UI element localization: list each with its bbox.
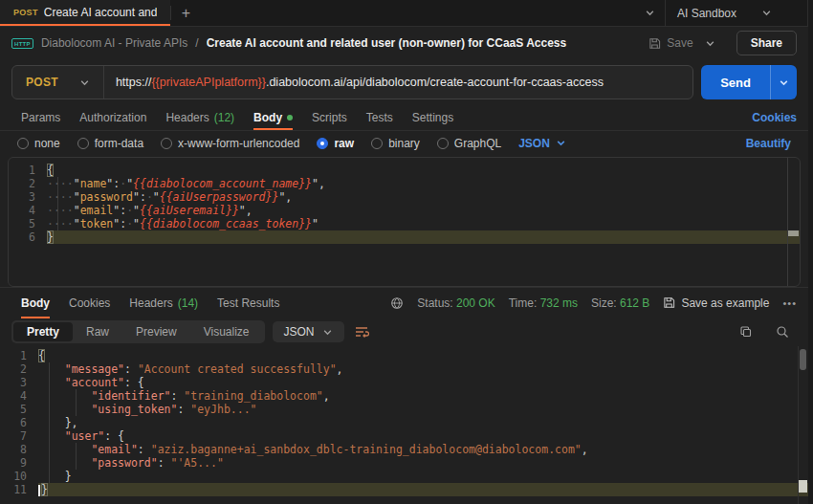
code-text: }, <box>38 416 808 429</box>
code-token: " <box>133 204 140 217</box>
code-text: { <box>47 164 800 177</box>
send-button[interactable]: Send <box>701 65 770 99</box>
code-line[interactable]: 4 "identifier": "training_diabolocom", <box>0 389 808 403</box>
code-token: "user" <box>65 429 105 443</box>
code-token: ": <box>113 204 126 217</box>
url-segment-plain: https:// <box>116 76 152 89</box>
code-text: ····"token":·"{{diabolocom_ccaas_token}}… <box>47 217 800 230</box>
tab-headers[interactable]: Headers(12) <box>156 105 244 130</box>
url-input[interactable]: https://{{privateAPIplatform}}.diaboloco… <box>104 76 692 89</box>
response-tab-cookies[interactable]: Cookies <box>59 288 120 318</box>
code-token: : { <box>104 429 124 443</box>
cookies-link[interactable]: Cookies <box>752 105 797 130</box>
method-selector[interactable]: POST <box>12 66 104 99</box>
code-token: "aziz.baganne+ai_sanbdox_dblc-training_d… <box>151 443 582 456</box>
save-options-chevron-down-icon[interactable] <box>701 38 719 49</box>
request-body-editor[interactable]: 1{2····"name":·"{{diabolocom_account_nam… <box>8 157 801 287</box>
environment-selector[interactable]: AI Sandbox <box>665 0 808 26</box>
code-token: , <box>323 389 330 403</box>
search-icon[interactable] <box>768 325 797 339</box>
code-line[interactable]: 3····"password":·"{{aiUserpassword}}", <box>9 190 800 204</box>
body-type-radio-graphql[interactable]: GraphQL <box>437 137 501 150</box>
code-token: { <box>38 349 45 362</box>
request-name[interactable]: Create AI account and related user (non-… <box>207 36 642 50</box>
tab-settings[interactable]: Settings <box>403 105 463 130</box>
tab-count-badge: (14) <box>178 296 198 310</box>
code-line[interactable]: 5····"token":·"{{diabolocom_ccaas_token}… <box>9 217 800 230</box>
wrap-text-icon[interactable] <box>352 323 371 340</box>
response-view-tabs: PrettyRawPreviewVisualize <box>11 320 265 343</box>
code-line[interactable]: 6} <box>9 230 800 244</box>
code-line[interactable]: 1{ <box>9 164 800 177</box>
response-scrollbar[interactable] <box>798 346 808 504</box>
code-line[interactable]: 10 } <box>0 470 808 483</box>
body-type-radio-none[interactable]: none <box>17 137 60 150</box>
response-time: Time: 732 ms <box>509 296 578 310</box>
code-text: "password": "'A5..." <box>38 456 808 470</box>
copy-icon[interactable] <box>732 325 760 339</box>
save-icon <box>663 296 675 309</box>
response-language-selector[interactable]: JSON <box>273 321 344 342</box>
more-options-icon[interactable]: ••• <box>782 297 797 309</box>
save-button[interactable]: Save <box>648 36 692 50</box>
tab-list-chevron-down-icon[interactable] <box>635 0 665 26</box>
view-tab-preview[interactable]: Preview <box>122 322 190 341</box>
view-tab-visualize[interactable]: Visualize <box>190 322 263 341</box>
beautify-link[interactable]: Beautify <box>746 137 791 150</box>
code-token: " <box>312 217 319 230</box>
code-line[interactable]: 2····"name":·"{{diabolocom_account_name}… <box>9 177 800 190</box>
open-request-tab[interactable]: POST Create AI account and <box>0 0 170 26</box>
view-tab-pretty[interactable]: Pretty <box>13 322 73 341</box>
code-token: ", <box>312 177 325 190</box>
url-builder: POST https://{{privateAPIplatform}}.diab… <box>0 59 808 105</box>
tab-authorization[interactable]: Authorization <box>70 105 156 130</box>
body-type-radio-form-data[interactable]: form-data <box>77 137 143 150</box>
response-body-viewer[interactable]: 1{2 "message": "Account created successf… <box>0 346 808 504</box>
code-line[interactable]: 11} <box>0 483 808 496</box>
scrollbar-thumb[interactable] <box>800 349 806 370</box>
code-token: ", <box>239 204 253 217</box>
editor-overview-ruler[interactable] <box>787 158 800 286</box>
response-tab-test-results[interactable]: Test Results <box>208 288 289 318</box>
breadcrumb-collection[interactable]: Diabolocom AI - Private APIs <box>41 36 187 50</box>
code-token: " <box>74 177 80 190</box>
code-line[interactable]: 7 "user": { <box>0 429 808 443</box>
line-number: 2 <box>0 362 38 376</box>
code-line[interactable]: 6 }, <box>0 416 808 429</box>
tab-params[interactable]: Params <box>11 105 70 130</box>
body-language-selector[interactable]: JSON <box>518 137 566 150</box>
network-globe-icon[interactable] <box>390 296 404 310</box>
code-token: , <box>582 443 588 456</box>
view-tab-raw[interactable]: Raw <box>73 322 122 341</box>
response-tab-body[interactable]: Body <box>11 288 59 318</box>
code-token: " <box>74 204 80 217</box>
share-button[interactable]: Share <box>736 31 797 55</box>
code-token: {{diabolocom_ccaas_token}} <box>140 217 312 230</box>
code-token: }, <box>38 416 78 429</box>
new-tab-button[interactable]: + <box>171 0 200 26</box>
code-line[interactable]: 9 "password": "'A5..." <box>0 456 808 470</box>
environment-value: AI Sandbox <box>677 7 736 20</box>
code-line[interactable]: 1{ <box>0 349 808 362</box>
tab-tests[interactable]: Tests <box>357 105 403 130</box>
tab-scripts[interactable]: Scripts <box>302 105 357 130</box>
postman-window: POST Create AI account and + AI Sandbox … <box>0 0 813 504</box>
code-line[interactable]: 3 "account": { <box>0 376 808 389</box>
code-token: "account" <box>65 376 124 389</box>
body-type-radio-raw[interactable]: raw <box>317 137 354 150</box>
radio-icon <box>17 138 29 149</box>
tab-body[interactable]: Body <box>244 105 302 130</box>
code-line[interactable]: 4····"email":·"{{aiUseremail}}", <box>9 204 800 217</box>
code-line[interactable]: 2 "message": "Account created successful… <box>0 362 808 376</box>
chevron-down-icon <box>79 77 90 88</box>
code-token: ": <box>133 190 146 204</box>
code-text: "message": "Account created successfully… <box>38 362 808 376</box>
response-tab-headers[interactable]: Headers(14) <box>120 288 208 318</box>
radio-label: form-data <box>95 137 143 150</box>
code-line[interactable]: 5 "using_token": "eyJhb..." <box>0 403 808 416</box>
body-type-radio-binary[interactable]: binary <box>371 137 420 150</box>
code-line[interactable]: 8 "email": "aziz.baganne+ai_sanbdox_dblc… <box>0 443 808 456</box>
send-options-chevron-down-icon[interactable] <box>770 65 797 99</box>
body-type-radio-x-www-form-urlencoded[interactable]: x-www-form-urlencoded <box>161 137 299 150</box>
save-as-example-button[interactable]: Save as example <box>663 296 769 310</box>
